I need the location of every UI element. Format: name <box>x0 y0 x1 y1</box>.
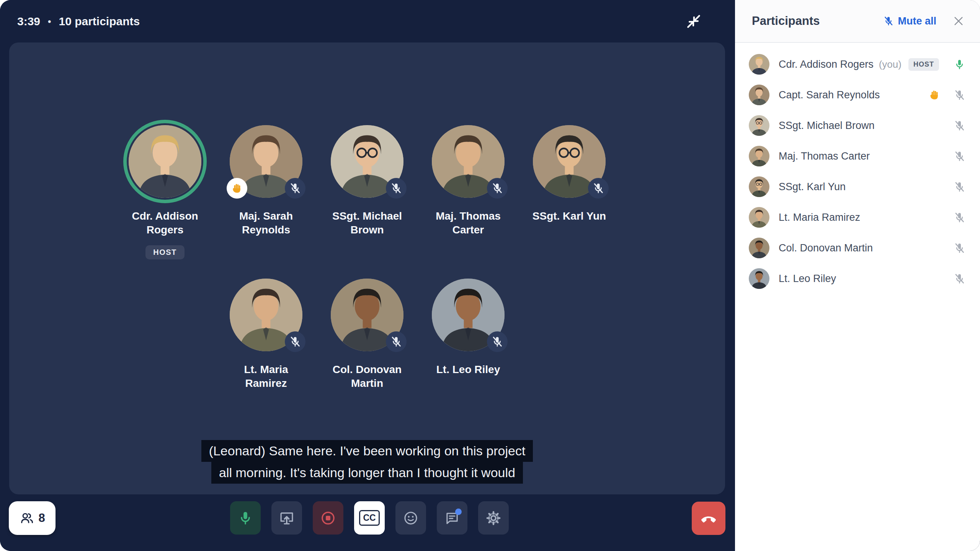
record-stop-icon <box>320 510 336 526</box>
closed-captions-button[interactable]: CC <box>354 501 385 535</box>
participant-name: SSgt. Michael Brown <box>779 120 875 132</box>
participant-row[interactable]: SSgt. Karl Yun <box>749 171 965 202</box>
muted-mic-icon <box>883 16 894 26</box>
muted-mic-icon <box>954 150 965 162</box>
muted-mic-badge <box>588 178 609 199</box>
participant-name: SSgt. Michael Brown <box>326 209 408 237</box>
muted-mic-badge <box>386 331 407 352</box>
mute-all-button[interactable]: Mute all <box>883 15 936 27</box>
raised-hand-icon <box>928 89 941 101</box>
participants-panel-header: Participants Mute all <box>735 0 980 43</box>
participant-name: Cdr. Addison Rogers <box>124 209 206 237</box>
participant-row[interactable]: Lt. Maria Ramirez <box>749 202 965 233</box>
reactions-button[interactable] <box>395 501 426 535</box>
muted-mic-badge <box>487 178 508 199</box>
call-controls-bar: 8 <box>0 501 735 535</box>
muted-mic-badge <box>285 178 305 199</box>
close-panel-button[interactable] <box>952 15 965 27</box>
participant-name: SSgt. Karl Yun <box>532 209 606 223</box>
captions-overlay: (Leonard) Same here. I've been working o… <box>9 440 725 484</box>
leave-call-button[interactable] <box>692 502 725 535</box>
video-stage: Cdr. Addison Rogers HOST <box>9 42 725 494</box>
chat-button[interactable] <box>437 501 467 535</box>
record-button[interactable] <box>313 501 343 535</box>
host-badge: HOST <box>908 58 939 71</box>
participant-avatar <box>749 146 769 166</box>
muted-mic-badge <box>285 331 305 352</box>
participants-count-label: 10 participants <box>59 15 140 28</box>
video-grid-row-2: Lt. Maria Ramirez Col. Donovan Mar <box>220 279 514 390</box>
muted-mic-badge <box>487 331 508 352</box>
you-label: (you) <box>879 59 902 70</box>
gear-icon <box>485 510 501 526</box>
participant-tile[interactable]: Col. Donovan Martin <box>321 279 413 390</box>
participant-row[interactable]: Lt. Leo Riley <box>749 263 965 294</box>
caption-line: (Leonard) Same here. I've been working o… <box>201 440 533 462</box>
microphone-button[interactable] <box>230 501 261 535</box>
participant-tile[interactable]: Maj. Thomas Carter <box>422 125 514 237</box>
meeting-window: 3:39 • 10 participants <box>0 0 980 551</box>
participant-avatar <box>749 238 769 258</box>
speaking-ring <box>123 120 207 203</box>
participant-row[interactable]: Col. Donovan Martin <box>749 233 965 263</box>
participant-tile[interactable]: Cdr. Addison Rogers HOST <box>119 125 211 259</box>
main-stage-area: 3:39 • 10 participants <box>0 0 735 551</box>
participant-count-button[interactable]: 8 <box>9 501 56 535</box>
mic-on-icon <box>954 59 965 70</box>
muted-mic-icon <box>954 181 965 193</box>
mic-on-icon <box>237 510 253 526</box>
video-grid-row-1: Cdr. Addison Rogers HOST <box>119 125 615 259</box>
raised-hand-badge <box>227 178 247 199</box>
participant-row[interactable]: SSgt. Michael Brown <box>749 110 965 141</box>
muted-mic-icon <box>954 120 965 132</box>
participant-name: Lt. Leo Riley <box>436 363 500 377</box>
chat-notification-dot <box>455 509 462 515</box>
muted-mic-icon <box>954 242 965 254</box>
participant-name: Maj. Sarah Reynolds <box>225 209 307 237</box>
mute-all-label: Mute all <box>898 15 936 27</box>
screen-share-icon <box>279 510 295 526</box>
participant-tile[interactable]: Maj. Sarah Reynolds <box>220 125 312 237</box>
participants-panel: Participants Mute all <box>735 0 980 551</box>
participant-avatar <box>749 85 769 105</box>
meeting-info: 3:39 • 10 participants <box>17 15 140 28</box>
participant-tile[interactable]: Lt. Leo Riley <box>422 279 514 377</box>
participant-row[interactable]: Maj. Thomas Carter <box>749 141 965 171</box>
participant-name: Col. Donovan Martin <box>326 363 408 390</box>
smiley-icon <box>403 510 419 526</box>
muted-mic-icon <box>954 89 965 101</box>
participant-count-value: 8 <box>38 511 45 525</box>
screen-share-button[interactable] <box>271 501 302 535</box>
panel-title: Participants <box>752 14 883 28</box>
people-icon <box>19 510 34 526</box>
participant-tile[interactable]: SSgt. Karl Yun <box>523 125 615 223</box>
participant-name: Maj. Thomas Carter <box>779 150 870 162</box>
participant-tile[interactable]: SSgt. Michael Brown <box>321 125 413 237</box>
caption-line: all morning. It's taking longer than I t… <box>211 462 523 484</box>
participant-avatar <box>749 54 769 75</box>
participant-row[interactable]: Capt. Sarah Reynolds <box>749 80 965 110</box>
phone-down-icon <box>700 510 717 527</box>
cc-icon: CC <box>359 510 379 526</box>
participant-name: Maj. Thomas Carter <box>427 209 509 237</box>
participant-avatar <box>749 207 769 228</box>
participant-row[interactable]: Cdr. Addison Rogers (you) HOST <box>749 49 965 80</box>
muted-mic-icon <box>954 273 965 285</box>
collapse-arrows-icon <box>685 13 702 30</box>
meeting-timer: 3:39 <box>17 15 40 28</box>
participant-name: Col. Donovan Martin <box>779 242 873 254</box>
controls-group: CC <box>230 501 509 535</box>
settings-button[interactable] <box>478 501 509 535</box>
participant-name: Lt. Maria Ramirez <box>225 363 307 390</box>
participant-avatar <box>749 115 769 136</box>
participant-name: Capt. Sarah Reynolds <box>779 89 880 101</box>
meeting-topbar: 3:39 • 10 participants <box>0 0 735 42</box>
minimize-button[interactable] <box>682 10 705 33</box>
separator-dot: • <box>48 16 51 27</box>
participant-tile[interactable]: Lt. Maria Ramirez <box>220 279 312 390</box>
participant-name: SSgt. Karl Yun <box>779 181 846 193</box>
muted-mic-icon <box>954 212 965 223</box>
participant-name: Lt. Leo Riley <box>779 273 836 285</box>
participant-avatar <box>129 125 201 198</box>
participants-list: Cdr. Addison Rogers (you) HOST Capt. Sar… <box>735 43 980 294</box>
